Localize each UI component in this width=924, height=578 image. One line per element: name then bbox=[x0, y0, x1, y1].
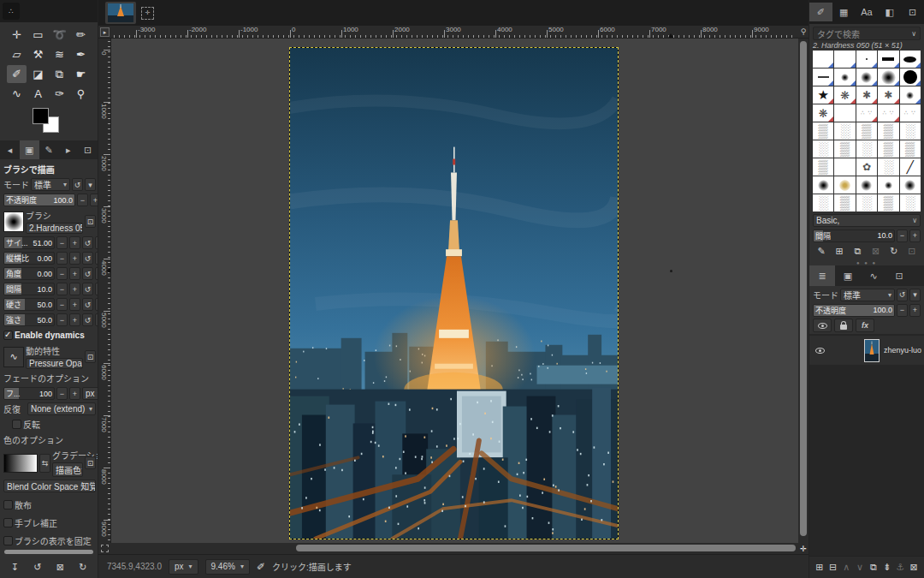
measure-tool[interactable]: ✏ bbox=[71, 26, 91, 44]
canvas-menu-button[interactable]: ▸ bbox=[100, 27, 110, 37]
slider-increase-button[interactable]: + bbox=[69, 252, 80, 265]
brush-item[interactable] bbox=[900, 69, 921, 86]
brush-edit-button[interactable]: ⊡ bbox=[85, 215, 96, 228]
tab-fonts[interactable]: Aa bbox=[856, 3, 879, 21]
dock-back-arrow[interactable]: ◂ bbox=[0, 140, 20, 159]
opacity-slider[interactable]: 不透明度 100.0 bbox=[3, 194, 75, 206]
slider-dynamics-button[interactable]: ʃ bbox=[95, 267, 98, 280]
brush-item[interactable] bbox=[900, 104, 921, 122]
slider-decrease-button[interactable]: − bbox=[56, 298, 68, 311]
gradient-edit-button[interactable]: ⊡ bbox=[85, 456, 96, 469]
duplicate-brush-button[interactable]: ⧉ bbox=[850, 244, 864, 258]
navigation-preview-button[interactable]: ✛ bbox=[798, 543, 808, 554]
brush-item[interactable] bbox=[834, 69, 855, 86]
reset-tool-options-button[interactable]: ↻ bbox=[76, 560, 90, 574]
brush-tag-search[interactable]: タグで検索∨ bbox=[813, 27, 921, 40]
tab-layers[interactable]: ≣ bbox=[809, 265, 835, 286]
brush-item[interactable] bbox=[900, 158, 921, 176]
slider-reset-button[interactable]: ↺ bbox=[82, 313, 93, 326]
brush-item[interactable] bbox=[834, 158, 855, 176]
layer-effects-button[interactable]: fx bbox=[856, 319, 874, 332]
slider-increase-button[interactable]: + bbox=[69, 236, 80, 249]
rectangle-select-tool[interactable]: ▭ bbox=[28, 26, 48, 44]
mode-reset-button[interactable]: ↺ bbox=[72, 178, 83, 191]
paintbrush-tool[interactable]: ✐ bbox=[7, 65, 27, 83]
brush-item[interactable] bbox=[834, 104, 855, 122]
dock-menu-button[interactable]: ⊡ bbox=[901, 3, 924, 21]
spacing-decrease-button[interactable]: − bbox=[897, 229, 908, 242]
brush-item[interactable] bbox=[813, 158, 833, 176]
brush-item[interactable] bbox=[834, 86, 855, 104]
gradient-flip-button[interactable]: ⇆ bbox=[39, 454, 50, 473]
option-checkbox[interactable] bbox=[3, 518, 13, 527]
brush-preview[interactable] bbox=[3, 212, 24, 232]
slider-dynamics-button[interactable]: ʃ bbox=[95, 313, 98, 326]
dock-splitter-handle[interactable]: ● ● ● bbox=[809, 259, 924, 265]
dynamics-preview[interactable]: ∿ bbox=[3, 347, 24, 367]
option-slider[interactable]: 強さ50.0 bbox=[3, 313, 55, 326]
brush-spacing-slider[interactable]: 間隔 10.0 bbox=[813, 229, 895, 242]
fade-unit-dropdown[interactable]: px▾ bbox=[82, 387, 98, 400]
anchor-layer-button[interactable]: ⚓ bbox=[894, 561, 908, 575]
fade-increase-button[interactable]: + bbox=[69, 387, 80, 400]
duplicate-layer-button[interactable]: ⧉ bbox=[867, 561, 880, 575]
option-slider[interactable]: 間隔10.0 bbox=[3, 283, 55, 295]
horizontal-scrollbar[interactable] bbox=[111, 543, 798, 554]
opacity-decrease-button[interactable]: − bbox=[77, 194, 88, 206]
slider-decrease-button[interactable]: − bbox=[56, 267, 68, 280]
new-layer-button[interactable]: ⊞ bbox=[813, 561, 826, 575]
slider-dynamics-button[interactable]: ʃ bbox=[95, 298, 98, 311]
brush-item[interactable] bbox=[900, 140, 921, 158]
bucket-fill-tool[interactable]: ≋ bbox=[50, 45, 69, 63]
brush-item[interactable] bbox=[878, 122, 898, 140]
brush-item[interactable] bbox=[856, 104, 877, 122]
free-select-tool[interactable]: ➰ bbox=[50, 26, 69, 44]
brush-item[interactable] bbox=[878, 140, 898, 158]
slider-decrease-button[interactable]: − bbox=[56, 252, 68, 265]
layer-row[interactable]: zhenyu-luo bbox=[809, 336, 924, 365]
brush-select-button[interactable]: 2.Hardness 050 bbox=[26, 223, 83, 234]
layer-opacity-increase-button[interactable]: + bbox=[909, 304, 921, 317]
brush-item[interactable] bbox=[813, 69, 833, 86]
brush-item[interactable] bbox=[813, 194, 833, 212]
layer-opacity-decrease-button[interactable]: − bbox=[897, 304, 908, 317]
zoom-dropdown[interactable]: 9.46%▾ bbox=[205, 559, 250, 575]
brush-item[interactable] bbox=[856, 69, 877, 86]
tab-patterns[interactable]: ▦ bbox=[832, 3, 856, 21]
slider-reset-button[interactable]: ↺ bbox=[82, 252, 93, 265]
brush-item[interactable] bbox=[813, 86, 833, 104]
brush-item[interactable] bbox=[878, 194, 898, 212]
brush-item[interactable] bbox=[900, 176, 921, 194]
brush-item[interactable] bbox=[834, 194, 855, 212]
tab-paths[interactable]: ∿ bbox=[861, 265, 886, 286]
brush-item[interactable] bbox=[813, 176, 833, 194]
layer-mode-dropdown[interactable]: 標準▾ bbox=[840, 289, 895, 301]
brush-item[interactable] bbox=[856, 122, 877, 140]
fade-decrease-button[interactable]: − bbox=[56, 387, 68, 400]
brush-item[interactable] bbox=[856, 194, 877, 212]
canvas-viewport[interactable] bbox=[111, 39, 798, 543]
gradient-select-button[interactable]: 描画色から bbox=[52, 462, 83, 477]
option-slider[interactable]: 縦横比0.00 bbox=[3, 252, 55, 265]
edit-brush-button[interactable]: ✎ bbox=[814, 244, 828, 258]
paths-tool[interactable]: ∿ bbox=[7, 85, 27, 103]
slider-decrease-button[interactable]: − bbox=[56, 283, 68, 295]
brush-item[interactable] bbox=[834, 140, 855, 158]
brush-item[interactable] bbox=[878, 86, 898, 104]
quick-mask-toggle[interactable] bbox=[98, 543, 111, 554]
vertical-scrollbar-thumb[interactable] bbox=[800, 41, 807, 536]
zoom-tool[interactable]: ⚲ bbox=[71, 85, 91, 103]
dynamics-select-button[interactable]: Pressure Opacity bbox=[26, 358, 83, 369]
tab-channels[interactable]: ▣ bbox=[835, 265, 861, 286]
layer-mode-reset-button[interactable]: ↺ bbox=[897, 289, 908, 301]
brush-item[interactable] bbox=[856, 140, 877, 158]
zoom-follow-window-toggle[interactable]: ⚲ bbox=[798, 26, 808, 38]
refresh-brushes-button[interactable]: ↻ bbox=[887, 244, 901, 258]
slider-decrease-button[interactable]: − bbox=[56, 236, 68, 249]
text-tool[interactable]: A bbox=[28, 85, 48, 103]
horizontal-scrollbar-thumb[interactable] bbox=[296, 545, 796, 551]
dock-menu-button[interactable]: ⊡ bbox=[886, 265, 912, 286]
mode-dropdown[interactable]: 標準▾ bbox=[31, 178, 70, 191]
restore-tool-preset-button[interactable]: ↺ bbox=[31, 560, 44, 574]
delete-layer-button[interactable]: ⊠ bbox=[907, 561, 921, 575]
